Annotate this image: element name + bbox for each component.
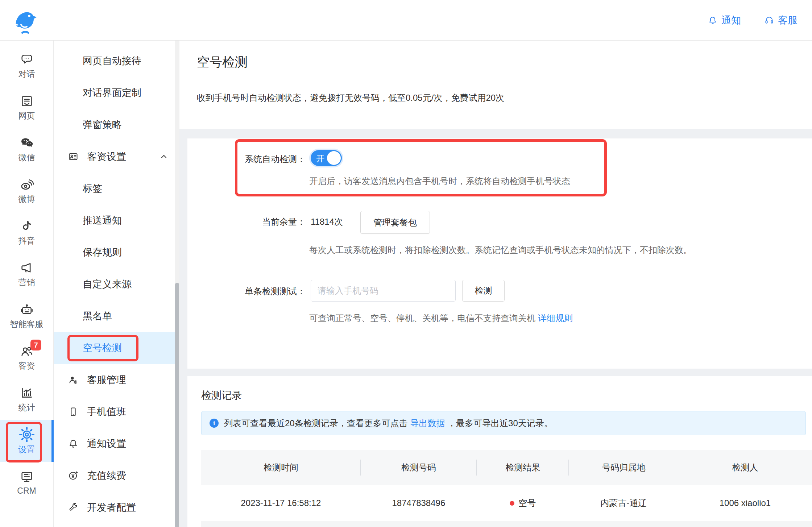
menu-group-lead-settings[interactable]: 客资设置 — [54, 141, 179, 173]
column-header-region: 号码归属地 — [569, 450, 678, 485]
menu-item-mobile-duty[interactable]: 手机值班 — [54, 396, 179, 428]
sidebar-scrollbar-track[interactable] — [175, 41, 179, 527]
sidebar-item-weibo[interactable]: 微博 — [0, 170, 53, 212]
menu-item-label: 保存规则 — [83, 246, 122, 259]
records-title: 检测记录 — [201, 389, 242, 402]
cell-number: 18747838496 — [361, 485, 477, 521]
detect-button[interactable]: 检测 — [462, 280, 505, 302]
detection-settings-card: 系统自动检测： 开 开启后，访客发送消息内包含手机号时，系统将自动检测手机号状态… — [187, 138, 812, 369]
column-header-time: 检测时间 — [201, 450, 361, 485]
webpage-icon — [20, 94, 34, 108]
sidebar-item-label: 网页 — [18, 110, 35, 121]
menu-item-label: 对话界面定制 — [83, 86, 141, 99]
manage-package-button[interactable]: 管理套餐包 — [360, 211, 430, 234]
primary-sidebar: 对话 网页 微信 — [0, 41, 54, 527]
robot-icon — [20, 302, 34, 317]
sidebar-item-marketing[interactable]: 营销 — [0, 253, 53, 295]
menu-item-agent-management[interactable]: 客服管理 — [54, 364, 179, 396]
menu-item-blacklist[interactable]: 黑名单 — [54, 300, 179, 332]
topbar-links: 通知 客服 — [708, 0, 798, 41]
sidebar-item-leads[interactable]: 7 客资 — [0, 337, 53, 378]
page-header: 空号检测 收到手机号时自动检测状态，避免拨打无效号码，低至0.05元/次，免费试… — [179, 41, 812, 129]
support-label: 客服 — [778, 14, 798, 27]
notifications-label: 通知 — [721, 14, 741, 27]
sidebar-item-stats[interactable]: 统计 — [0, 378, 53, 420]
info-text: 列表可查看最近20条检测记录，查看更多可点击 导出数据 ，最多可导出近30天记录… — [224, 418, 553, 429]
column-header-result: 检测结果 — [477, 450, 569, 485]
support-link[interactable]: 客服 — [764, 14, 798, 27]
table-header-row: 检测时间 检测号码 检测结果 号码归属地 检测人 — [201, 450, 812, 485]
menu-item-label: 推送通知 — [83, 214, 122, 227]
phone-number-input[interactable] — [311, 280, 456, 302]
app-root: { "colors": { "accent": "#2d86f0", "anno… — [0, 0, 812, 527]
table-bottom-strip — [201, 521, 812, 527]
auto-detect-toggle[interactable]: 开 — [311, 150, 342, 166]
sidebar-item-wechat[interactable]: 微信 — [0, 128, 53, 170]
sidebar-item-settings[interactable]: 设置 — [0, 420, 53, 462]
menu-item-label: 弹窗策略 — [83, 118, 122, 131]
menu-item-web-auto-reception[interactable]: 网页自动接待 — [54, 45, 179, 77]
cell-region: 内蒙古-通辽 — [569, 485, 678, 521]
menu-item-custom-source[interactable]: 自定义来源 — [54, 268, 179, 300]
balance-value: 11814次 — [311, 216, 343, 228]
sidebar-item-label: 对话 — [18, 69, 35, 80]
menu-item-push-notification[interactable]: 推送通知 — [54, 204, 179, 236]
leads-badge: 7 — [30, 340, 41, 350]
menu-item-label: 手机值班 — [87, 405, 126, 418]
menu-item-popup-strategy[interactable]: 弹窗策略 — [54, 109, 179, 141]
sidebar-item-label: 设置 — [18, 444, 35, 455]
phone-icon — [68, 406, 79, 417]
active-indicator-bar — [51, 420, 54, 462]
secondary-sidebar: 网页自动接待 对话界面定制 弹窗策略 客资设置 标签 推送通知 保存规则 — [54, 41, 179, 527]
weibo-icon — [20, 177, 34, 192]
brand-bird-logo[interactable] — [10, 6, 39, 35]
sidebar-item-label: CRM — [17, 486, 36, 496]
menu-item-chat-ui-custom[interactable]: 对话界面定制 — [54, 77, 179, 109]
menu-item-tags[interactable]: 标签 — [54, 173, 179, 204]
page-subtitle: 收到手机号时自动检测状态，避免拨打无效号码，低至0.05元/次，免费试用20次 — [197, 92, 504, 104]
menu-item-save-rules[interactable]: 保存规则 — [54, 236, 179, 268]
balance-label: 当前余量： — [187, 216, 306, 228]
sidebar-scrollbar-thumb[interactable] — [175, 283, 179, 527]
single-test-note: 可查询正常号、空号、停机、关机等，电信不支持查询关机 详细规则 — [309, 312, 573, 324]
chevron-up-icon[interactable] — [159, 152, 169, 161]
wrench-icon — [68, 502, 79, 513]
info-text-prefix: 列表可查看最近20条检测记录，查看更多可点击 — [224, 418, 410, 428]
sidebar-item-ai-service[interactable]: 智能客服 — [0, 295, 53, 337]
records-table: 检测时间 检测号码 检测结果 号码归属地 检测人 2023-11-17 16:5… — [201, 450, 812, 521]
menu-item-empty-number-detection[interactable]: 空号检测 — [54, 332, 179, 364]
detail-rules-link[interactable]: 详细规则 — [538, 313, 573, 323]
sidebar-item-label: 客资 — [18, 360, 35, 372]
monitor-icon — [20, 470, 34, 484]
agent-icon — [68, 374, 79, 385]
balance-note: 每次人工或系统检测时，将扣除检测次数。系统记忆查询或手机号状态未知的情况下，不扣… — [309, 244, 692, 256]
detection-records-card: 检测记录 i 列表可查看最近20条检测记录，查看更多可点击 导出数据 ，最多可导… — [187, 376, 812, 527]
single-test-note-text: 可查询正常号、空号、停机、关机等，电信不支持查询关机 — [309, 313, 538, 323]
chat-icon — [20, 52, 34, 67]
id-card-icon — [68, 151, 79, 162]
menu-item-recharge-renewal[interactable]: 充值续费 — [54, 460, 179, 491]
sidebar-item-webpage[interactable]: 网页 — [0, 87, 53, 128]
menu-item-label: 通知设置 — [87, 437, 126, 450]
result-status-dot — [510, 501, 514, 506]
menu-item-developer-config[interactable]: 开发者配置 — [54, 491, 179, 523]
toggle-on-label: 开 — [316, 153, 324, 164]
wechat-icon — [20, 136, 34, 150]
records-info-bar: i 列表可查看最近20条检测记录，查看更多可点击 导出数据 ，最多可导出近30天… — [201, 411, 806, 435]
toggle-knob — [327, 151, 341, 165]
gear-icon — [19, 427, 34, 442]
info-text-suffix: ，最多可导出近30天记录。 — [447, 418, 553, 428]
recharge-icon — [68, 470, 79, 481]
notifications-link[interactable]: 通知 — [708, 14, 741, 27]
menu-item-notification-settings[interactable]: 通知设置 — [54, 428, 179, 460]
table-row: 2023-11-17 16:58:12 18747838496 空号 内蒙古-通… — [201, 485, 812, 521]
sidebar-item-douyin[interactable]: 抖音 — [0, 212, 53, 253]
result-text: 空号 — [518, 497, 536, 509]
export-data-link[interactable]: 导出数据 — [410, 418, 445, 428]
sidebar-item-crm[interactable]: CRM — [0, 462, 53, 503]
sidebar-item-chat[interactable]: 对话 — [0, 45, 53, 87]
headset-icon — [764, 15, 774, 25]
menu-item-label: 客资设置 — [87, 150, 126, 163]
sidebar-item-label: 抖音 — [18, 235, 35, 246]
topbar: 通知 客服 — [0, 0, 812, 41]
